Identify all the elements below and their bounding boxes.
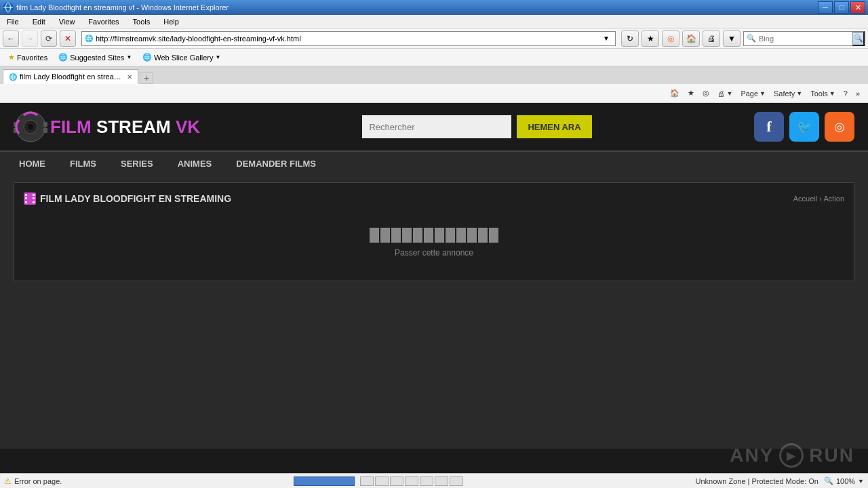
svg-rect-7 bbox=[43, 122, 47, 127]
menu-favorites[interactable]: Favorites bbox=[84, 16, 123, 27]
safety-label: Safety bbox=[774, 89, 795, 98]
logo-film-icon bbox=[14, 110, 47, 144]
page-toolbar-btn[interactable]: Page ▼ bbox=[738, 88, 768, 99]
title-bar-left: film Lady Bloodfight en streaming vf - W… bbox=[3, 2, 229, 13]
print-dropdown[interactable]: ▼ bbox=[723, 30, 741, 47]
bar-seg-4 bbox=[402, 228, 412, 243]
breadcrumb-action[interactable]: Action bbox=[823, 195, 844, 203]
page-label: Page bbox=[741, 89, 758, 98]
menu-view[interactable]: View bbox=[55, 16, 79, 27]
svg-rect-16 bbox=[33, 201, 35, 203]
anyrun-any: ANY bbox=[730, 445, 774, 449]
tab-favicon: 🌐 bbox=[9, 73, 17, 81]
title-text: film Lady Bloodfight en streaming vf - W… bbox=[16, 3, 229, 12]
tab-close-button[interactable]: ✕ bbox=[127, 73, 132, 81]
forward-button[interactable]: → bbox=[22, 30, 38, 47]
logo-film-text: FILM bbox=[50, 117, 92, 137]
page-title-area: FILM LADY BLOODFIGHT EN STREAMING bbox=[24, 192, 231, 205]
close-button[interactable]: ✕ bbox=[850, 1, 865, 14]
suggested-sites-item[interactable]: 🌐 Suggested Sites ▼ bbox=[56, 52, 134, 63]
favorites-button[interactable]: ★ Favorites bbox=[5, 52, 50, 63]
loading-area: Passer cette annonce bbox=[24, 214, 844, 271]
print-toolbar-btn[interactable]: 🖨 ▼ bbox=[715, 88, 735, 99]
rss-toolbar-btn[interactable]: ◎ bbox=[700, 87, 712, 99]
logo-stream-text: STREAM bbox=[96, 117, 171, 137]
search-input[interactable] bbox=[759, 35, 852, 43]
page-title-film-icon bbox=[24, 192, 36, 205]
breadcrumb-accueil[interactable]: Accueil bbox=[793, 195, 817, 203]
twitter-icon: 🐦 bbox=[797, 119, 812, 134]
anyrun-play-icon: ▶ bbox=[779, 443, 804, 449]
menu-edit[interactable]: Edit bbox=[28, 16, 50, 27]
nav-animes[interactable]: ANIMES bbox=[165, 152, 224, 176]
bar-seg-7 bbox=[435, 228, 444, 243]
safety-toolbar-btn[interactable]: Safety ▼ bbox=[771, 88, 805, 99]
stop-button[interactable]: ✕ bbox=[60, 30, 76, 47]
loading-text[interactable]: Passer cette annonce bbox=[395, 248, 473, 258]
web-slice-gallery-item[interactable]: 🌐 Web Slice Gallery ▼ bbox=[140, 52, 223, 63]
nav-demander-films[interactable]: DEMANDER FILMS bbox=[224, 152, 328, 176]
ie-globe-icon: 🌐 bbox=[58, 53, 68, 62]
bar-seg-6 bbox=[424, 228, 433, 243]
page-heading: FILM LADY BLOODFIGHT EN STREAMING Accuei… bbox=[24, 192, 844, 205]
nav-home[interactable]: HOME bbox=[7, 152, 58, 176]
new-tab-button[interactable]: + bbox=[140, 72, 153, 84]
home-icon-btn[interactable]: 🏠 bbox=[667, 87, 682, 99]
svg-rect-9 bbox=[43, 128, 47, 133]
site-nav: HOME FILMS SERIES ANIMES DEMANDER FILMS bbox=[0, 150, 868, 176]
web-slice-dropdown-icon: ▼ bbox=[216, 54, 221, 60]
refresh-button[interactable]: ⟳ bbox=[41, 30, 57, 47]
facebook-button[interactable]: f bbox=[754, 112, 784, 142]
twitter-button[interactable]: 🐦 bbox=[789, 112, 819, 142]
anyrun-run: RUN bbox=[809, 445, 854, 449]
rss-button[interactable]: ◎ bbox=[662, 30, 679, 47]
restore-button[interactable]: □ bbox=[834, 1, 849, 14]
print-button[interactable]: 🖨 bbox=[703, 30, 720, 47]
loading-bar bbox=[370, 228, 498, 243]
tools-toolbar-btn[interactable]: Tools ▼ bbox=[808, 88, 838, 99]
bar-seg-8 bbox=[446, 228, 455, 243]
tabs-bar: 🌐 film Lady Bloodfight en streaming vf ✕… bbox=[0, 66, 868, 84]
add-favorites-button[interactable]: ★ bbox=[642, 30, 659, 47]
browser-content: FILM STREAM VK HEMEN ARA f 🐦 ◎ HOME FI bbox=[0, 103, 868, 449]
content-box: FILM LADY BLOODFIGHT EN STREAMING Accuei… bbox=[14, 182, 854, 281]
active-tab[interactable]: 🌐 film Lady Bloodfight en streaming vf ✕ bbox=[3, 69, 138, 84]
home-toolbar-icon: 🏠 bbox=[670, 89, 679, 98]
title-bar-controls: ─ □ ✕ bbox=[818, 1, 865, 14]
menu-help[interactable]: Help bbox=[159, 16, 183, 27]
svg-rect-14 bbox=[33, 194, 35, 196]
svg-rect-13 bbox=[25, 201, 27, 203]
expand-toolbar-btn[interactable]: » bbox=[853, 88, 863, 99]
favorites-label: Favorites bbox=[17, 54, 47, 62]
nav-series[interactable]: SERIES bbox=[108, 152, 165, 176]
nav-films[interactable]: FILMS bbox=[58, 152, 108, 176]
menu-tools[interactable]: Tools bbox=[129, 16, 155, 27]
suggested-sites-dropdown-icon: ▼ bbox=[126, 54, 132, 60]
svg-rect-17 bbox=[28, 192, 32, 205]
favorites-star-icon: ★ bbox=[8, 53, 15, 62]
search-go-button[interactable]: 🔍 bbox=[852, 31, 865, 46]
bar-seg-3 bbox=[391, 228, 401, 243]
site-search-button[interactable]: HEMEN ARA bbox=[517, 115, 591, 138]
tools-dropdown-icon: ▼ bbox=[829, 90, 835, 97]
minimize-button[interactable]: ─ bbox=[818, 1, 833, 14]
search-bar: 🔍 🔍 bbox=[743, 31, 865, 46]
favorites-toolbar-btn[interactable]: ★ bbox=[685, 87, 697, 99]
search-ie-icon: 🔍 bbox=[744, 34, 759, 43]
refresh-toolbar-button[interactable]: ↻ bbox=[621, 30, 639, 47]
address-input[interactable] bbox=[96, 35, 600, 43]
site-search-input[interactable] bbox=[362, 115, 511, 138]
rss-social-button[interactable]: ◎ bbox=[825, 112, 854, 142]
address-dropdown-button[interactable]: ▼ bbox=[600, 35, 612, 42]
bar-seg-11 bbox=[478, 228, 488, 243]
print-toolbar-icon: 🖨 bbox=[717, 89, 725, 98]
home-button[interactable]: 🏠 bbox=[682, 30, 700, 47]
site-logo: FILM STREAM VK bbox=[14, 110, 200, 144]
menu-file[interactable]: File bbox=[3, 16, 23, 27]
bar-seg-1 bbox=[370, 228, 379, 243]
help-toolbar-btn[interactable]: ? bbox=[841, 88, 850, 99]
bar-seg-12 bbox=[489, 228, 498, 243]
bar-seg-9 bbox=[456, 228, 466, 243]
site-header: FILM STREAM VK HEMEN ARA f 🐦 ◎ bbox=[0, 103, 868, 150]
back-button[interactable]: ← bbox=[3, 30, 19, 47]
